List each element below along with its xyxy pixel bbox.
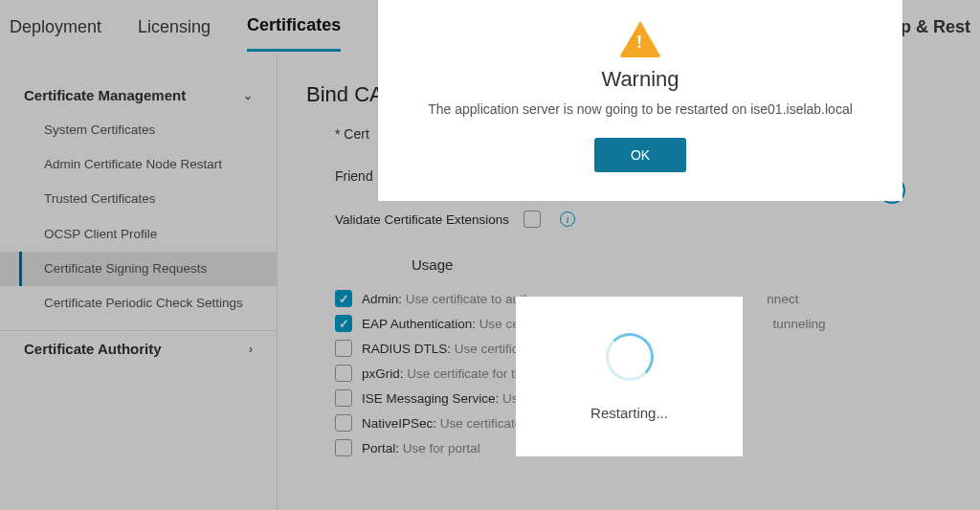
restarting-text: Restarting...	[590, 405, 668, 421]
warning-modal: Warning The application server is now go…	[378, 0, 902, 201]
modal-title: Warning	[407, 67, 874, 92]
modal-message: The application server is now going to b…	[407, 101, 874, 117]
restarting-modal: Restarting...	[516, 297, 743, 456]
ok-button[interactable]: OK	[594, 138, 686, 172]
spinner-icon	[606, 333, 654, 381]
warning-icon	[619, 21, 661, 57]
